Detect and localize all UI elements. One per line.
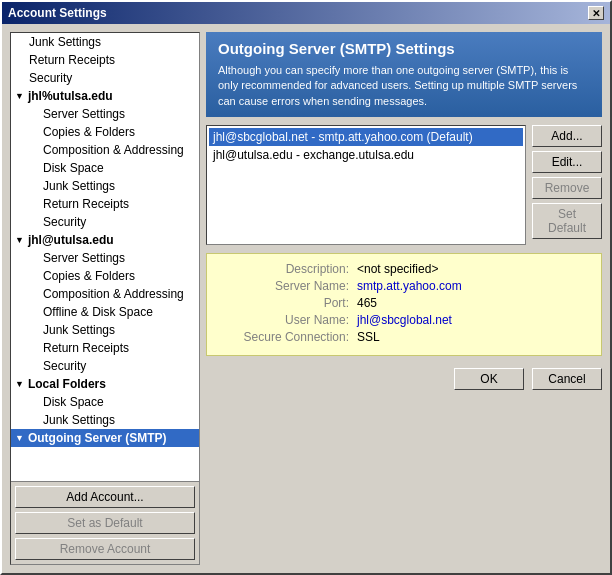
expand-icon: ▼ — [15, 235, 24, 245]
sidebar-item-label: Composition & Addressing — [43, 287, 184, 301]
secure-value: SSL — [357, 330, 380, 344]
secure-label: Secure Connection: — [219, 330, 349, 344]
sidebar-item-account1[interactable]: ▼jhl%utulsa.edu — [11, 87, 199, 105]
sidebar-item-label: Security — [43, 215, 86, 229]
user-name-label: User Name: — [219, 313, 349, 327]
sidebar-item-return2[interactable]: Return Receipts — [11, 195, 199, 213]
detail-row-user-name: User Name: jhl@sbcglobal.net — [219, 313, 589, 327]
sidebar-item-comp2[interactable]: Composition & Addressing — [11, 285, 199, 303]
sidebar-item-label: Server Settings — [43, 107, 125, 121]
detail-row-server-name: Server Name: smtp.att.yahoo.com — [219, 279, 589, 293]
window-title: Account Settings — [8, 6, 107, 20]
sidebar-item-label: jhl%utulsa.edu — [28, 89, 113, 103]
detail-row-port: Port: 465 — [219, 296, 589, 310]
server-name-value: smtp.att.yahoo.com — [357, 279, 462, 293]
main-panel: Outgoing Server (SMTP) Settings Although… — [206, 32, 602, 565]
sidebar-item-label: Copies & Folders — [43, 269, 135, 283]
server-list[interactable]: jhl@sbcglobal.net - smtp.att.yahoo.com (… — [206, 125, 526, 245]
edit-server-button[interactable]: Edit... — [532, 151, 602, 173]
expand-icon: ▼ — [15, 91, 24, 101]
remove-server-button[interactable]: Remove — [532, 177, 602, 199]
sidebar-item-copies2[interactable]: Copies & Folders — [11, 267, 199, 285]
sidebar-item-label: Junk Settings — [43, 179, 115, 193]
sidebar-item-junk4[interactable]: Junk Settings — [11, 411, 199, 429]
sidebar-item-security2[interactable]: Security — [11, 213, 199, 231]
sidebar-item-disk1[interactable]: Disk Space — [11, 159, 199, 177]
expand-icon: ▼ — [15, 433, 24, 443]
sidebar-item-junk3[interactable]: Junk Settings — [11, 321, 199, 339]
sidebar: Junk SettingsReturn ReceiptsSecurity▼jhl… — [10, 32, 200, 565]
sidebar-item-outgoing[interactable]: ▼Outgoing Server (SMTP) — [11, 429, 199, 447]
sidebar-item-security3[interactable]: Security — [11, 357, 199, 375]
cancel-button[interactable]: Cancel — [532, 368, 602, 390]
port-value: 465 — [357, 296, 377, 310]
sidebar-item-label: Server Settings — [43, 251, 125, 265]
server-list-item[interactable]: jhl@sbcglobal.net - smtp.att.yahoo.com (… — [209, 128, 523, 146]
sidebar-item-label: Junk Settings — [29, 35, 101, 49]
expand-icon: ▼ — [15, 379, 24, 389]
port-label: Port: — [219, 296, 349, 310]
description-label: Description: — [219, 262, 349, 276]
sidebar-item-label: Disk Space — [43, 161, 104, 175]
server-list-item[interactable]: jhl@utulsa.edu - exchange.utulsa.edu — [209, 146, 523, 164]
sidebar-item-localfolders[interactable]: ▼Local Folders — [11, 375, 199, 393]
sidebar-item-offline1[interactable]: Offline & Disk Space — [11, 303, 199, 321]
sidebar-item-return1[interactable]: Return Receipts — [11, 51, 199, 69]
sidebar-item-label: Junk Settings — [43, 323, 115, 337]
sidebar-item-account2[interactable]: ▼jhl@utulsa.edu — [11, 231, 199, 249]
sidebar-item-comp1[interactable]: Composition & Addressing — [11, 141, 199, 159]
sidebar-item-label: Local Folders — [28, 377, 106, 391]
add-account-button[interactable]: Add Account... — [15, 486, 195, 508]
sidebar-item-copies1[interactable]: Copies & Folders — [11, 123, 199, 141]
sidebar-bottom: Add Account... Set as Default Remove Acc… — [11, 481, 199, 564]
panel-description: Although you can specify more than one o… — [218, 63, 590, 109]
account-settings-window: Account Settings ✕ Junk SettingsReturn R… — [0, 0, 612, 575]
server-buttons: Add... Edit... Remove Set Default — [532, 125, 602, 245]
sidebar-item-label: Return Receipts — [43, 341, 129, 355]
sidebar-item-label: Junk Settings — [43, 413, 115, 427]
remove-account-button[interactable]: Remove Account — [15, 538, 195, 560]
panel-title: Outgoing Server (SMTP) Settings — [218, 40, 590, 57]
sidebar-item-label: Copies & Folders — [43, 125, 135, 139]
detail-row-description: Description: <not specified> — [219, 262, 589, 276]
user-name-value: jhl@sbcglobal.net — [357, 313, 452, 327]
title-bar: Account Settings ✕ — [2, 2, 610, 24]
add-server-button[interactable]: Add... — [532, 125, 602, 147]
sidebar-item-server2[interactable]: Server Settings — [11, 249, 199, 267]
sidebar-item-label: Return Receipts — [43, 197, 129, 211]
set-default-server-button[interactable]: Set Default — [532, 203, 602, 239]
sidebar-item-disk2[interactable]: Disk Space — [11, 393, 199, 411]
sidebar-item-label: jhl@utulsa.edu — [28, 233, 114, 247]
ok-button[interactable]: OK — [454, 368, 524, 390]
sidebar-scroll: Junk SettingsReturn ReceiptsSecurity▼jhl… — [11, 33, 199, 481]
details-section: Description: <not specified> Server Name… — [206, 253, 602, 356]
sidebar-item-label: Composition & Addressing — [43, 143, 184, 157]
servers-section: jhl@sbcglobal.net - smtp.att.yahoo.com (… — [206, 125, 602, 245]
sidebar-item-label: Outgoing Server (SMTP) — [28, 431, 167, 445]
detail-row-secure: Secure Connection: SSL — [219, 330, 589, 344]
sidebar-item-junk1[interactable]: Junk Settings — [11, 33, 199, 51]
sidebar-item-server1[interactable]: Server Settings — [11, 105, 199, 123]
close-button[interactable]: ✕ — [588, 6, 604, 20]
server-name-label: Server Name: — [219, 279, 349, 293]
sidebar-item-junk2[interactable]: Junk Settings — [11, 177, 199, 195]
sidebar-item-label: Security — [29, 71, 72, 85]
sidebar-item-label: Security — [43, 359, 86, 373]
set-default-button[interactable]: Set as Default — [15, 512, 195, 534]
sidebar-item-security1[interactable]: Security — [11, 69, 199, 87]
description-value: <not specified> — [357, 262, 438, 276]
sidebar-item-label: Return Receipts — [29, 53, 115, 67]
sidebar-item-label: Offline & Disk Space — [43, 305, 153, 319]
sidebar-item-return3[interactable]: Return Receipts — [11, 339, 199, 357]
sidebar-item-label: Disk Space — [43, 395, 104, 409]
panel-header: Outgoing Server (SMTP) Settings Although… — [206, 32, 602, 117]
dialog-buttons: OK Cancel — [206, 364, 602, 392]
